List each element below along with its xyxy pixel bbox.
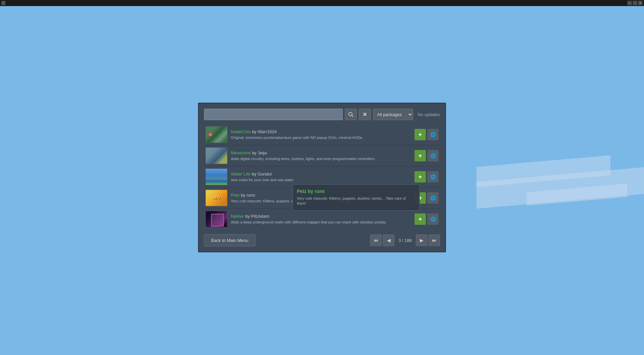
install-button[interactable]: + — [414, 192, 426, 204]
list-item: PETZ Petz by runs Very cute mascots: Kit… — [204, 188, 440, 209]
back-to-main-menu-button[interactable]: Back to Main Menu — [204, 234, 255, 246]
info-button[interactable]: 🌐 — [427, 213, 439, 225]
list-item: Nether by PilzAdam Adds a deep undergrou… — [204, 209, 440, 230]
package-description: Very cute mascots: Kittens, puppies, duc… — [231, 199, 411, 203]
filter-select[interactable]: All packages Games Mods Texture Packs — [373, 109, 413, 120]
search-row: ✕ All packages Games Mods Texture Packs … — [204, 109, 440, 120]
search-input[interactable] — [204, 109, 343, 120]
next-page-icon: ▶ — [420, 238, 424, 243]
package-title: Mesecons by Jeija — [231, 150, 411, 155]
minimize-button[interactable]: — — [627, 1, 632, 5]
list-item: Water Life by Gundul new mobs for your r… — [204, 166, 440, 188]
package-name: Petz — [231, 193, 240, 198]
no-updates-label: No updates — [418, 112, 440, 117]
install-button[interactable]: + — [414, 150, 426, 161]
package-title: NodeCore by Warr1024 — [231, 129, 411, 134]
package-author: by Gundul — [252, 171, 271, 176]
package-name: Mesecons — [231, 150, 251, 155]
maximize-button[interactable]: □ — [633, 1, 637, 5]
titlebar: — □ ✕ — [0, 0, 644, 6]
package-title: Water Life by Gundul — [231, 171, 411, 176]
last-page-button[interactable]: ⏭ — [429, 235, 440, 246]
info-button[interactable]: 🌐 — [427, 192, 439, 204]
svg-line-1 — [352, 115, 353, 117]
package-description: Adds digital circuitry, including wires,… — [231, 156, 411, 161]
pagination: ⏮ ◀ 3 / 186 ▶ ⏭ — [370, 235, 440, 246]
close-button[interactable]: ✕ — [638, 1, 643, 5]
package-info: Petz by runs Very cute mascots: Kittens,… — [231, 193, 411, 203]
titlebar-controls: — □ ✕ — [627, 1, 643, 5]
package-thumbnail: PETZ — [205, 190, 228, 206]
next-page-button[interactable]: ▶ — [416, 235, 427, 246]
package-title: Petz by runs — [231, 193, 411, 198]
page-info: 3 / 186 — [396, 238, 414, 243]
package-browser-dialog: ✕ All packages Games Mods Texture Packs … — [198, 103, 446, 252]
svg-point-0 — [349, 112, 352, 116]
last-page-icon: ⏭ — [432, 238, 437, 243]
package-author: by runs — [241, 193, 255, 198]
search-button[interactable] — [345, 109, 357, 120]
titlebar-left — [1, 1, 5, 5]
list-item: NodeCore by Warr1024 Original, immersive… — [204, 124, 440, 145]
list-item: Mesecons by Jeija Adds digital circuitry… — [204, 145, 440, 166]
package-actions: + 🌐 — [414, 192, 439, 204]
info-button[interactable]: 🌐 — [427, 171, 439, 183]
package-info: Mesecons by Jeija Adds digital circuitry… — [231, 150, 411, 161]
info-button[interactable]: 🌐 — [427, 150, 439, 161]
first-page-icon: ⏮ — [374, 238, 378, 243]
package-actions: + 🌐 — [414, 171, 439, 183]
package-description: Original, immersive puzzle/adventure gam… — [231, 135, 411, 140]
install-button[interactable]: + — [414, 129, 426, 140]
package-info: Water Life by Gundul new mobs for your r… — [231, 171, 411, 182]
package-thumbnail — [205, 211, 228, 227]
prev-page-icon: ◀ — [387, 238, 391, 243]
clear-icon: ✕ — [363, 111, 367, 118]
package-title: Nether by PilzAdam — [231, 214, 411, 219]
package-info: NodeCore by Warr1024 Original, immersive… — [231, 129, 411, 140]
package-actions: + 🌐 — [414, 213, 439, 225]
thumb-label: PETZ — [213, 196, 220, 200]
first-page-button[interactable]: ⏮ — [370, 235, 382, 246]
package-thumbnail — [205, 126, 228, 143]
info-button[interactable]: 🌐 — [427, 129, 439, 140]
package-name: Nether — [231, 214, 244, 219]
app-icon — [1, 1, 5, 5]
clear-button[interactable]: ✕ — [359, 109, 371, 120]
package-author: by Jeija — [252, 150, 267, 155]
package-description: new mobs for your river and sea water — [231, 178, 411, 182]
install-button[interactable]: + — [414, 213, 426, 225]
package-name: Water Life — [231, 171, 251, 176]
package-description: Adds a deep underground realm with diffe… — [231, 220, 411, 224]
package-name: NodeCore — [231, 129, 251, 134]
package-actions: + 🌐 — [414, 129, 439, 140]
package-info: Nether by PilzAdam Adds a deep undergrou… — [231, 214, 411, 224]
package-list: NodeCore by Warr1024 Original, immersive… — [204, 124, 440, 230]
package-author: by Warr1024 — [252, 129, 277, 134]
package-thumbnail — [205, 147, 228, 164]
prev-page-button[interactable]: ◀ — [383, 235, 394, 246]
search-icon — [348, 112, 353, 117]
footer-row: Back to Main Menu ⏮ ◀ 3 / 186 ▶ ⏭ — [204, 234, 440, 246]
install-button[interactable]: + — [414, 171, 426, 183]
package-thumbnail — [205, 168, 228, 185]
package-actions: + 🌐 — [414, 150, 439, 161]
package-author: by PilzAdam — [245, 214, 269, 219]
